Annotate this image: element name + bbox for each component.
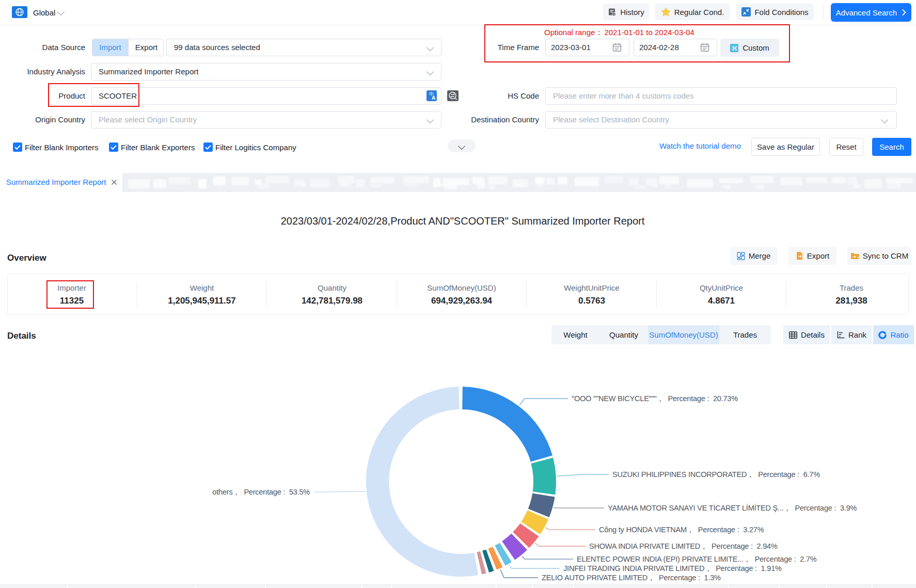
svg-text:"OOO ""NEW BICYCLE"""， Percen: "OOO ""NEW BICYCLE"""， Percentage : 20.7… bbox=[572, 394, 738, 403]
svg-text:A: A bbox=[432, 95, 435, 101]
svg-text:SHOWA INDIA PRIVATE LIMITED，: SHOWA INDIA PRIVATE LIMITED， Percentage … bbox=[589, 542, 778, 550]
svg-text:SUZUKI PHILIPPINES INCORPORATE: SUZUKI PHILIPPINES INCORPORATED， Percent… bbox=[612, 470, 820, 479]
svg-text:Công ty HONDA VIETNAM， Percen: Công ty HONDA VIETNAM， Percentage : 3.27… bbox=[599, 526, 764, 534]
svg-text:others， Percentage : 53.5%: others， Percentage : 53.5% bbox=[212, 488, 310, 496]
svg-text:ZELIO AUTO PRIVATE LIMITED， P: ZELIO AUTO PRIVATE LIMITED， Percentage :… bbox=[542, 574, 721, 582]
svg-text:JINFEI TRADING INDIA PRIVATE L: JINFEI TRADING INDIA PRIVATE LIMITED， Pe… bbox=[563, 564, 782, 573]
svg-text:YAMAHA MOTOR SANAYI VE TİCARET: YAMAHA MOTOR SANAYI VE TİCARET LİMİTED Ş… bbox=[608, 503, 857, 512]
svg-text:ELENTEC POWER INDIA (EPI) PRIV: ELENTEC POWER INDIA (EPI) PRIVATE LIMITE… bbox=[577, 555, 817, 563]
